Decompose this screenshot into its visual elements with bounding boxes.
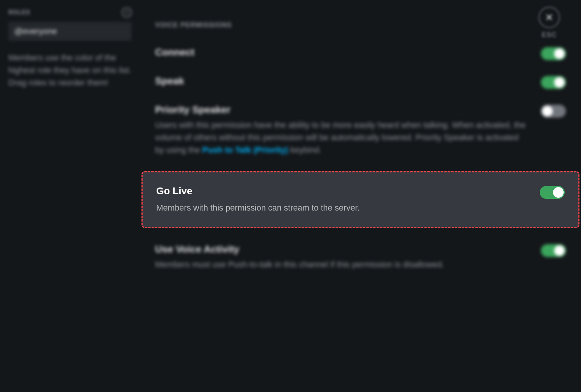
permission-desc-use-voice-activity: Members must use Push-to-talk in this ch… xyxy=(155,258,526,271)
permission-row-priority-speaker: Priority Speaker Users with this permiss… xyxy=(155,97,566,163)
toggle-go-live[interactable] xyxy=(540,186,565,199)
toggle-knob xyxy=(542,106,553,116)
permission-row-use-voice-activity: Use Voice Activity Members must use Push… xyxy=(155,237,566,277)
permission-title-speak: Speak xyxy=(155,75,526,87)
add-role-button[interactable]: + xyxy=(122,8,132,17)
permission-title-go-live: Go Live xyxy=(156,185,525,197)
permission-row-speak: Speak xyxy=(155,68,566,97)
roles-sidebar: ROLES + @everyone Members use the color … xyxy=(0,0,140,392)
permission-row-go-live: Go Live Members with this permission can… xyxy=(141,171,579,228)
role-item-everyone[interactable]: @everyone xyxy=(8,22,132,41)
main-permissions-panel: ✕ ESC VOICE PERMISSIONS Connect Speak Pr… xyxy=(140,0,581,392)
plus-icon: + xyxy=(125,9,129,17)
permission-desc-priority-speaker: Users with this permission have the abil… xyxy=(155,119,526,156)
esc-label: ESC xyxy=(539,31,560,39)
toggle-priority-speaker[interactable] xyxy=(541,105,566,118)
permission-title-priority-speaker: Priority Speaker xyxy=(155,104,526,116)
permission-title-connect: Connect xyxy=(155,46,526,58)
push-to-talk-link[interactable]: Push to Talk (Priority) xyxy=(202,145,288,155)
toggle-knob xyxy=(554,77,565,88)
toggle-knob xyxy=(553,187,564,198)
toggle-knob xyxy=(554,48,565,59)
voice-permissions-heading: VOICE PERMISSIONS xyxy=(155,21,566,29)
permission-title-use-voice-activity: Use Voice Activity xyxy=(155,243,526,255)
roles-hint-text: Members use the color of the highest rol… xyxy=(8,51,132,89)
toggle-use-voice-activity[interactable] xyxy=(541,244,566,257)
toggle-speak[interactable] xyxy=(541,76,566,89)
toggle-knob xyxy=(554,245,565,256)
toggle-connect[interactable] xyxy=(541,47,566,60)
roles-heading: ROLES xyxy=(8,9,30,16)
permission-row-connect: Connect xyxy=(155,40,566,68)
permission-desc-go-live: Members with this permission can stream … xyxy=(156,201,525,214)
